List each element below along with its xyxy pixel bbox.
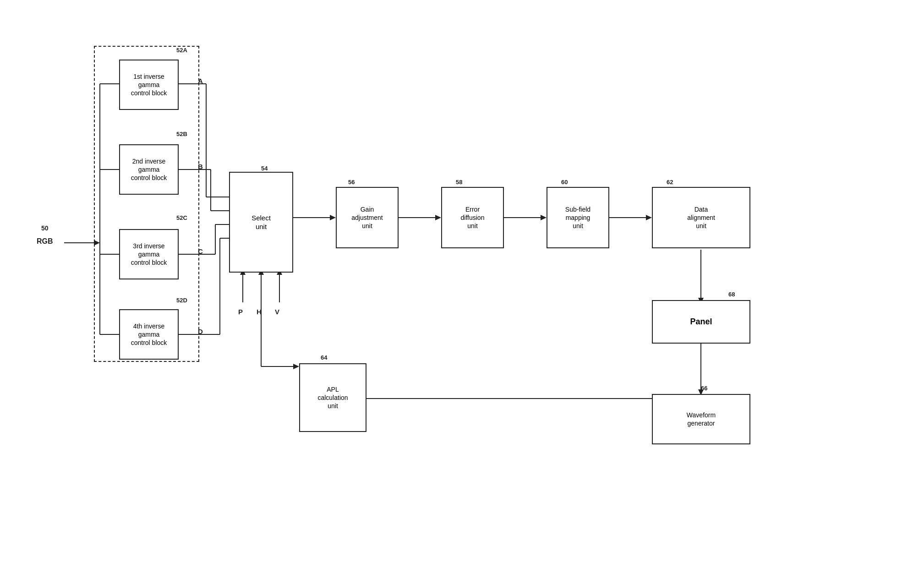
label-52c: 52C <box>176 214 187 221</box>
label-52b: 52B <box>176 131 187 137</box>
input-number: 50 <box>41 224 49 232</box>
label-68: 68 <box>728 291 735 298</box>
label-52a: 52A <box>176 47 187 54</box>
port-c: C <box>198 247 203 255</box>
port-d: D <box>198 328 203 335</box>
label-60: 60 <box>561 179 568 186</box>
panel: Panel <box>652 300 750 344</box>
port-b: B <box>198 163 203 170</box>
block-4th-inverse-gamma: 4th inverse gamma control block <box>119 309 179 360</box>
label-p: P <box>238 308 243 316</box>
error-diffusion-unit: Error diffusion unit <box>441 187 504 248</box>
label-52d: 52D <box>176 297 187 304</box>
data-alignment-unit: Data alignment unit <box>652 187 750 248</box>
svg-marker-22 <box>435 215 441 220</box>
select-unit: Select unit <box>229 172 293 273</box>
waveform-generator: Waveform generator <box>652 394 750 444</box>
block-2nd-inverse-gamma: 2nd inverse gamma control block <box>119 144 179 195</box>
label-h: H <box>257 308 262 316</box>
block-3rd-inverse-gamma: 3rd inverse gamma control block <box>119 229 179 279</box>
rgb-label: RGB <box>37 237 53 246</box>
apl-calculation-unit: APL calculation unit <box>299 363 366 432</box>
diagram: RGB 50 52A 52B 52C 52D A B C D 1st inver… <box>0 0 924 574</box>
label-62: 62 <box>667 179 673 186</box>
svg-marker-33 <box>293 364 299 369</box>
label-54: 54 <box>261 165 268 172</box>
gain-adjustment-unit: Gain adjustment unit <box>336 187 399 248</box>
svg-marker-26 <box>646 215 652 220</box>
label-58: 58 <box>456 179 462 186</box>
svg-marker-20 <box>330 215 336 220</box>
label-64: 64 <box>321 354 327 361</box>
port-a: A <box>198 77 203 85</box>
svg-marker-24 <box>541 215 547 220</box>
label-v: V <box>275 308 279 316</box>
subfield-mapping-unit: Sub-field mapping unit <box>547 187 609 248</box>
label-66: 66 <box>701 385 707 392</box>
label-56: 56 <box>348 179 355 186</box>
block-1st-inverse-gamma: 1st inverse gamma control block <box>119 60 179 110</box>
